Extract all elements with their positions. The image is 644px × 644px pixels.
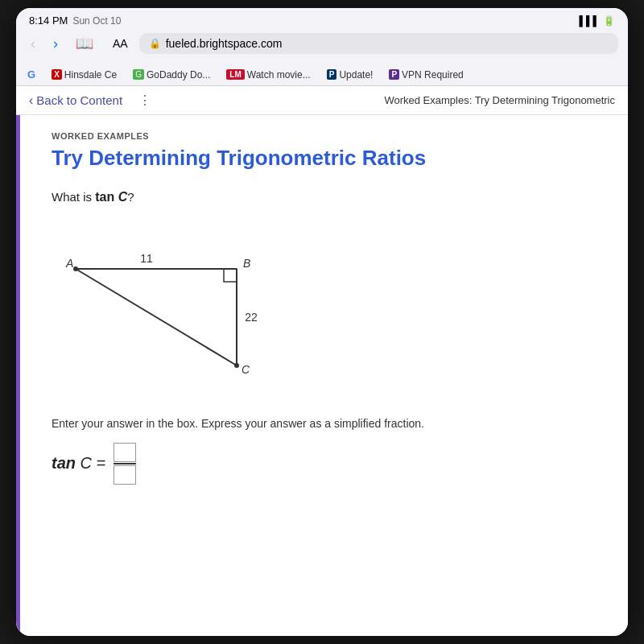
svg-text:B: B [243, 257, 250, 270]
svg-point-9 [73, 266, 78, 271]
svg-text:C: C [242, 363, 250, 376]
status-bar: 8:14 PM Sun Oct 10 ▌▌▌ 🔋 [16, 8, 628, 30]
numerator-input[interactable] [114, 443, 136, 462]
google-icon: G [27, 68, 35, 80]
question-text: What is tan C? [52, 190, 609, 204]
bookmark-vpn[interactable]: P VPN Required [384, 68, 468, 82]
denominator-input[interactable] [114, 465, 136, 485]
page-header: ‹ Back to Content ⋮ Worked Examples: Try… [16, 86, 628, 115]
bookmark-update[interactable]: P Update! [322, 68, 378, 82]
time-display: 8:14 PM [29, 14, 68, 27]
aa-button[interactable]: AA [113, 37, 128, 50]
update-label: Update! [339, 69, 373, 80]
forward-nav-btn[interactable]: › [48, 34, 63, 54]
bookmark-google[interactable]: G [23, 67, 40, 82]
address-bar[interactable]: 🔒 fueled.brightspace.com [139, 33, 618, 54]
worked-examples-label: WORKED EXAMPLES [52, 131, 609, 141]
svg-text:11: 11 [140, 252, 153, 265]
main-content: WORKED EXAMPLES Try Determining Trigonom… [16, 115, 628, 636]
triangle-svg: A B C 11 22 [60, 221, 301, 398]
battery-icon: 🔋 [603, 15, 615, 27]
bookmarks-btn[interactable]: 📖 [71, 33, 98, 54]
content-inner: WORKED EXAMPLES Try Determining Trigonom… [35, 131, 609, 485]
page-title: Worked Examples: Try Determining Trigono… [161, 94, 615, 106]
bookmarks-bar: G X Hinsdale Ce G GoDaddy Do... LM Watch… [16, 64, 628, 86]
tablet-frame: 8:14 PM Sun Oct 10 ▌▌▌ 🔋 ‹ › 📖 AA 🔒 fuel… [16, 8, 628, 636]
svg-text:22: 22 [245, 311, 258, 324]
update-icon: P [327, 69, 337, 80]
back-to-content-btn[interactable]: ‹ Back to Content [29, 93, 122, 108]
vpn-label: VPN Required [402, 69, 464, 80]
svg-point-10 [234, 363, 239, 368]
watch-label: Watch movie... [247, 69, 311, 80]
url-text: fueled.brightspace.com [166, 37, 283, 50]
hinsdale-label: Hinsdale Ce [64, 69, 117, 80]
svg-line-2 [76, 269, 237, 365]
bookmark-watch[interactable]: LM Watch movie... [221, 68, 315, 82]
vpn-icon: P [389, 69, 399, 80]
fraction-line [114, 463, 136, 464]
answer-area: tan C = [52, 443, 609, 485]
section-title: Try Determining Trigonometric Ratios [52, 146, 609, 171]
back-chevron-icon: ‹ [29, 93, 33, 108]
fraction-container [114, 443, 136, 485]
lock-icon: 🔒 [149, 38, 161, 49]
godaddy-label: GoDaddy Do... [147, 69, 210, 80]
svg-text:A: A [65, 257, 73, 270]
godaddy-icon: G [133, 69, 144, 80]
browser-chrome: ‹ › 📖 AA 🔒 fueled.brightspace.com [16, 30, 628, 64]
browser-nav: ‹ › 📖 AA 🔒 fueled.brightspace.com [26, 33, 618, 54]
back-nav-btn[interactable]: ‹ [26, 34, 40, 54]
purple-accent-bar [16, 115, 20, 636]
instructions-text: Enter your answer in the box. Express yo… [52, 417, 609, 430]
svg-rect-3 [224, 269, 237, 282]
answer-label: tan C = [52, 454, 105, 473]
wifi-icon: ▌▌▌ [579, 15, 600, 27]
hinsdale-icon: X [52, 69, 62, 80]
menu-dots-icon[interactable]: ⋮ [138, 93, 151, 108]
triangle-diagram: A B C 11 22 [60, 221, 609, 401]
watch-icon: LM [226, 69, 244, 80]
bookmark-hinsdale[interactable]: X Hinsdale Ce [47, 68, 122, 82]
back-label: Back to Content [36, 93, 122, 107]
bookmark-godaddy[interactable]: G GoDaddy Do... [128, 68, 215, 82]
date-display: Sun Oct 10 [72, 15, 121, 27]
